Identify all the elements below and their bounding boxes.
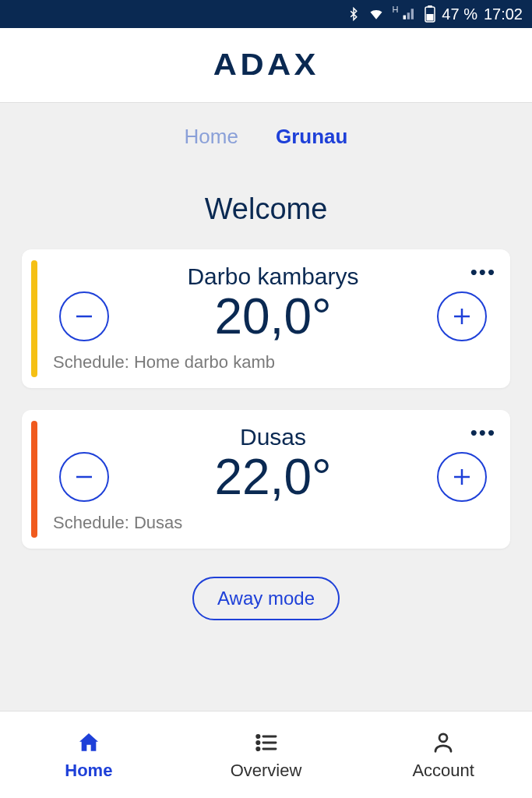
room-name: Darbo kambarys xyxy=(187,263,358,290)
nav-home[interactable]: Home xyxy=(0,711,178,798)
minus-icon xyxy=(72,305,96,328)
bluetooth-icon xyxy=(347,5,361,23)
status-stripe xyxy=(31,421,37,538)
brand-logo: ADAX xyxy=(213,48,319,82)
minus-icon xyxy=(72,465,96,489)
home-icon xyxy=(76,729,102,756)
more-icon[interactable]: ••• xyxy=(470,422,496,443)
battery-percent: 47 % xyxy=(442,5,477,23)
nav-label: Account xyxy=(412,761,474,781)
increase-button[interactable] xyxy=(437,291,487,341)
wifi-icon xyxy=(367,6,386,22)
room-cards: Darbo kambarys ••• 20,0° Schedule: Home … xyxy=(0,249,532,549)
nav-label: Overview xyxy=(231,761,302,781)
svg-rect-1 xyxy=(428,5,432,8)
person-icon xyxy=(430,729,456,756)
status-bar: H 47 % 17:02 xyxy=(0,0,532,28)
nav-overview[interactable]: Overview xyxy=(178,711,355,798)
decrease-button[interactable] xyxy=(59,452,109,502)
plus-icon xyxy=(450,305,474,328)
cell-signal-icon xyxy=(401,6,418,22)
svg-point-9 xyxy=(256,735,259,737)
svg-point-15 xyxy=(439,733,447,741)
tab-grunau[interactable]: Grunau xyxy=(276,125,347,149)
svg-point-13 xyxy=(256,747,259,750)
increase-button[interactable] xyxy=(437,452,487,502)
nav-account[interactable]: Account xyxy=(354,711,532,798)
app-header: ADAX xyxy=(0,28,532,103)
svg-rect-2 xyxy=(427,14,434,21)
tab-home[interactable]: Home xyxy=(185,125,238,149)
list-icon xyxy=(253,729,280,756)
schedule-label: Schedule: Dusas xyxy=(53,510,493,533)
bottom-nav: Home Overview Account xyxy=(0,711,532,798)
status-stripe xyxy=(31,260,37,377)
plus-icon xyxy=(450,465,474,489)
battery-icon xyxy=(425,5,435,23)
temperature-value: 20,0° xyxy=(214,291,331,341)
clock: 17:02 xyxy=(484,5,523,23)
more-icon[interactable]: ••• xyxy=(470,262,496,282)
away-mode-button[interactable]: Away mode xyxy=(192,577,340,620)
room-card[interactable]: Darbo kambarys ••• 20,0° Schedule: Home … xyxy=(22,249,510,388)
network-type-label: H xyxy=(392,5,398,14)
main-content: Home Grunau Welcome Darbo kambarys ••• 2… xyxy=(0,103,532,636)
nav-label: Home xyxy=(65,761,112,781)
decrease-button[interactable] xyxy=(59,291,109,341)
location-tabs: Home Grunau xyxy=(0,103,532,164)
room-name: Dusas xyxy=(240,424,306,450)
welcome-heading: Welcome xyxy=(0,164,532,249)
room-card[interactable]: Dusas ••• 22,0° Schedule: Dusas xyxy=(22,410,510,549)
schedule-label: Schedule: Home darbo kamb xyxy=(53,349,493,373)
temperature-value: 22,0° xyxy=(214,452,331,502)
svg-point-11 xyxy=(256,741,259,743)
